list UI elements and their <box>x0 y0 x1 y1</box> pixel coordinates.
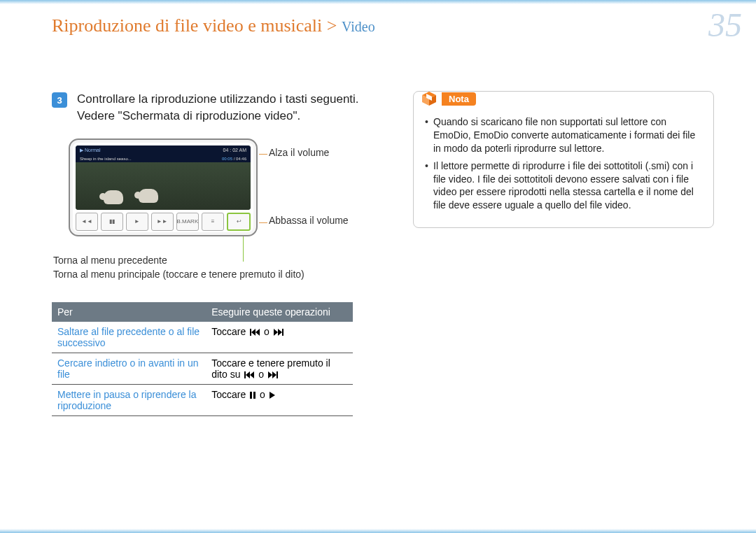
ctrl-next: ►► <box>151 213 174 231</box>
svg-marker-2 <box>255 329 260 336</box>
svg-marker-4 <box>278 329 282 336</box>
video-thumbnail <box>76 162 251 210</box>
time-total: / 04:46 <box>234 157 246 161</box>
op-text: o <box>261 326 272 337</box>
status-right: 04 : 02 AM <box>223 148 246 152</box>
ctrl-back: ↩ <box>227 213 251 231</box>
skip-prev-icon <box>250 329 260 336</box>
note-item: Quando si scaricano file non supportati … <box>424 115 704 155</box>
breadcrumb-main: Riproduzione di file video e musicali > <box>52 15 337 36</box>
table-header-action: Per <box>52 302 206 322</box>
svg-marker-9 <box>268 371 272 378</box>
op-text: Toccare <box>211 326 248 337</box>
step-text: Controllare la riproduzione utilizzando … <box>77 91 374 125</box>
pause-icon <box>250 392 255 399</box>
step-row: 3 Controllare la riproduzione utilizzand… <box>52 91 374 125</box>
ctrl-bmark: B.MARK <box>176 213 200 231</box>
top-gradient <box>0 0 756 4</box>
skip-next-icon <box>274 329 284 336</box>
note-box: Nota Quando si scaricano file non suppor… <box>413 91 714 228</box>
time-current: 00:05 <box>222 157 232 161</box>
page-number: 35 <box>708 6 742 44</box>
device-illustration: ▶ Normal 04 : 02 AM Sheep in the island … <box>52 138 374 278</box>
callout-line <box>243 236 244 262</box>
svg-rect-12 <box>250 392 252 399</box>
note-item: Il lettore permette di riprodurre i file… <box>424 159 704 213</box>
callout-back-prev: Torna al menu precedente <box>53 255 167 266</box>
op-text: o <box>255 369 267 380</box>
sheep-icon <box>139 189 158 203</box>
table-action: Saltare al file precedente o al file suc… <box>52 322 206 353</box>
table-op: Toccare o <box>206 384 353 415</box>
table-row: Cercare indietro o in avanti in un file … <box>52 353 353 384</box>
svg-marker-8 <box>250 371 254 378</box>
note-label: Nota <box>442 92 476 106</box>
svg-marker-10 <box>272 371 276 378</box>
breadcrumb-sub: Video <box>342 19 375 34</box>
svg-marker-7 <box>246 371 250 378</box>
table-row: Saltare al file precedente o al file suc… <box>52 322 353 353</box>
note-list: Quando si scaricano file non supportati … <box>424 115 704 212</box>
status-left: ▶ Normal <box>80 148 101 153</box>
note-cube-icon <box>421 90 438 107</box>
play-icon <box>270 392 275 399</box>
note-header: Nota <box>421 90 476 107</box>
right-column: Nota Quando si scaricano file non suppor… <box>413 91 714 228</box>
op-text: o <box>257 389 268 400</box>
ctrl-menu: ≡ <box>202 213 224 231</box>
device-frame: ▶ Normal 04 : 02 AM Sheep in the island … <box>69 138 258 236</box>
skip-next-icon <box>268 371 278 378</box>
table-action: Mettere in pausa o riprendere la riprodu… <box>52 384 206 415</box>
bottom-gradient <box>0 529 756 533</box>
operations-table: Per Eseguire queste operazioni Saltare a… <box>52 302 353 416</box>
callout-back-main: Torna al menu principale (toccare e tene… <box>53 269 304 280</box>
table-row: Mettere in pausa o riprendere la riprodu… <box>52 384 353 415</box>
table-op: Toccare e tenere premuto il dito su o <box>206 353 353 384</box>
left-column: 3 Controllare la riproduzione utilizzand… <box>52 91 374 416</box>
ctrl-play: ► <box>126 213 148 231</box>
device-controls: ◄◄ ▮▮ ► ►► B.MARK ≡ ↩ <box>76 213 251 231</box>
table-action: Cercare indietro o in avanti in un file <box>52 353 206 384</box>
sheep-icon <box>104 190 123 204</box>
callout-volume-up: Alza il volume <box>269 147 329 158</box>
screen-status-bar: ▶ Normal 04 : 02 AM <box>76 145 251 155</box>
table-header-op: Eseguire queste operazioni <box>206 302 353 322</box>
breadcrumb: Riproduzione di file video e musicali > … <box>52 15 375 36</box>
svg-rect-6 <box>244 371 246 378</box>
callout-volume-down: Abbassa il volume <box>269 214 349 227</box>
svg-marker-1 <box>251 329 255 336</box>
svg-rect-5 <box>282 329 284 336</box>
callout-line <box>259 222 267 223</box>
ctrl-pause: ▮▮ <box>101 213 123 231</box>
svg-rect-13 <box>253 392 255 399</box>
svg-rect-11 <box>276 371 278 378</box>
table-header-row: Per Eseguire queste operazioni <box>52 302 353 322</box>
step-number-badge: 3 <box>52 92 67 108</box>
svg-marker-3 <box>274 329 278 336</box>
callout-line <box>259 154 267 155</box>
ctrl-prev: ◄◄ <box>76 213 98 231</box>
skip-prev-icon <box>244 371 254 378</box>
op-text: Toccare <box>211 389 248 400</box>
screen-title-bar: Sheep in the island seaso... 00:05 / 04:… <box>76 155 251 162</box>
device-screen: ▶ Normal 04 : 02 AM Sheep in the island … <box>76 145 251 210</box>
screen-title: Sheep in the island seaso... <box>80 157 132 161</box>
table-op: Toccare o <box>206 322 353 353</box>
svg-rect-0 <box>250 329 251 336</box>
svg-marker-14 <box>270 392 275 399</box>
